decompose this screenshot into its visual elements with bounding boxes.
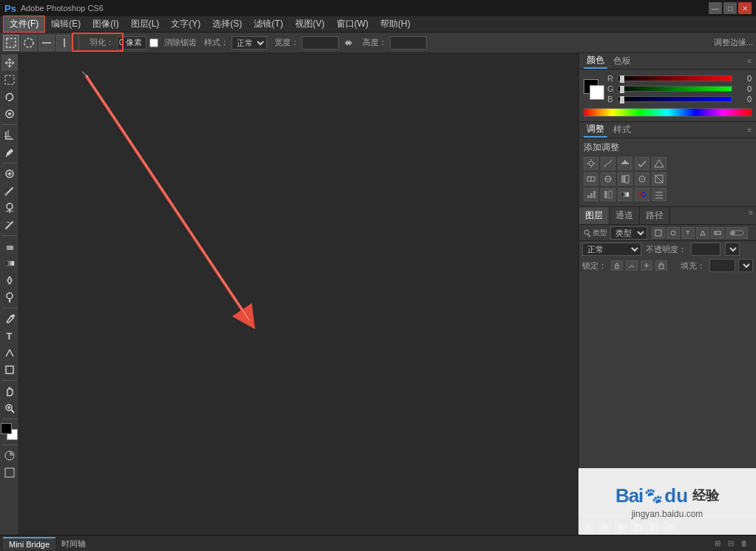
bottom-icon-3[interactable]: 🗑 [738,538,750,550]
menu-help[interactable]: 帮助(H) [374,16,416,32]
b-slider[interactable] [618,96,732,102]
path-select-btn[interactable] [1,345,18,361]
threshold-adj-btn[interactable] [601,188,615,201]
quick-select-btn[interactable] [1,106,18,122]
eraser-btn[interactable] [1,238,18,254]
vibrance-adj-btn[interactable] [652,157,666,170]
colorlookup-adj-btn[interactable] [635,172,649,186]
g-thumb[interactable] [620,86,624,93]
fill-select[interactable] [738,259,753,272]
history-brush-btn[interactable] [1,217,18,233]
curves-adj-btn[interactable] [601,157,615,170]
gradientmap-adj-btn[interactable] [618,188,632,201]
r-slider[interactable] [618,75,732,81]
lasso-tool-btn[interactable] [1,89,18,105]
healing-btn[interactable] [1,166,18,182]
colorbalance-adj-btn[interactable] [601,172,615,186]
shape-filter-btn[interactable] [696,227,709,239]
tab-adjustments[interactable]: 调整 [584,122,607,138]
adj-panel-menu[interactable]: ≡ [747,126,752,134]
marquee-tool-btn[interactable] [1,72,18,88]
type-filter-btn[interactable]: T [681,227,695,239]
crop-tool-btn[interactable] [1,127,18,143]
layers-panel-menu[interactable]: ≡ [746,207,756,224]
brightness-adj-btn[interactable] [584,157,598,170]
bw-adj-btn[interactable] [618,172,632,186]
active-filter-toggle[interactable] [726,227,748,239]
levels-adj-btn[interactable] [635,157,649,170]
menu-select[interactable]: 选择(S) [206,16,248,32]
lock-all-btn[interactable] [655,260,667,271]
bottom-icon-1[interactable]: ⊞ [712,538,723,550]
lock-transparent-btn[interactable] [611,260,623,271]
opacity-select[interactable] [725,243,740,256]
hsl-adj-btn[interactable] [584,172,598,186]
eyedropper-btn[interactable] [1,144,18,160]
smart-filter-btn[interactable] [711,227,724,239]
type-btn[interactable]: T [1,328,18,344]
menu-layer[interactable]: 图层(L) [125,16,166,32]
quick-mask-btn[interactable] [1,447,18,464]
fg-color-swatch[interactable] [1,423,12,434]
color-box[interactable] [1,423,18,441]
swap-icon[interactable] [343,38,354,48]
hand-btn[interactable] [1,383,18,399]
gradient-btn[interactable] [1,255,18,271]
pen-btn[interactable] [1,311,18,327]
lock-image-btn[interactable] [626,260,638,271]
tab-paths[interactable]: 路径 [640,207,670,224]
menu-edit[interactable]: 编辑(E) [45,16,87,32]
r-thumb[interactable] [620,75,624,83]
layer-type-select[interactable]: 类型 [610,226,647,240]
menu-view[interactable]: 视图(V) [289,16,331,32]
channelmixer-adj-btn[interactable] [652,188,666,201]
minimize-button[interactable]: — [709,2,722,14]
menu-image[interactable]: 图像(I) [87,16,124,32]
bottom-icon-2[interactable]: ⊟ [725,538,737,550]
posterize-adj-btn[interactable] [584,188,598,201]
tab-layers[interactable]: 图层 [579,207,610,224]
maximize-button[interactable]: □ [723,2,737,14]
g-slider[interactable] [618,86,732,92]
shape-btn[interactable] [1,362,18,378]
color-panel-menu[interactable]: ≡ [747,57,752,65]
menu-window[interactable]: 窗口(W) [331,16,374,32]
selectivecolor-adj-btn[interactable] [635,188,649,201]
brush-btn[interactable] [1,183,18,199]
invert-adj-btn[interactable] [652,172,666,186]
color-spectrum[interactable] [584,108,752,117]
width-input[interactable] [302,36,339,50]
style-select[interactable]: 正常 [232,36,267,50]
bg-swatch[interactable] [590,85,604,100]
tab-swatch[interactable]: 色板 [610,54,634,68]
color-swatch-boxes[interactable] [584,79,604,100]
lock-position-btn[interactable] [641,260,652,271]
b-thumb[interactable] [620,96,624,104]
height-input[interactable] [390,36,427,50]
dodge-btn[interactable] [1,289,18,305]
clone-btn[interactable] [1,200,18,216]
antialias-checkbox[interactable] [149,38,158,47]
feather-input[interactable] [117,36,146,50]
adjust-edge-label[interactable]: 调整边缘... [714,37,753,48]
zoom-btn[interactable] [1,400,18,416]
single-col-btn[interactable] [56,35,72,51]
menu-file[interactable]: 文件(F) [3,16,45,33]
rect-select-btn[interactable] [3,35,19,51]
single-row-btn[interactable] [38,35,55,51]
fill-input[interactable] [709,259,735,272]
adj-filter-btn[interactable] [666,227,680,239]
blend-mode-select[interactable]: 正常 [582,243,641,256]
exposure-adj-btn[interactable] [618,157,632,170]
minibridge-tab[interactable]: Mini Bridge [3,537,55,550]
move-tool-btn[interactable] [1,55,18,71]
tab-color[interactable]: 颜色 [584,53,607,69]
close-button[interactable]: ✕ [738,2,752,14]
round-select-btn[interactable] [21,35,37,51]
blur-btn[interactable] [1,272,18,288]
pixel-filter-btn[interactable] [652,227,665,239]
menu-filter[interactable]: 滤镜(T) [248,16,288,32]
timeline-tab[interactable]: 时间轴 [55,535,92,551]
tab-channels[interactable]: 通道 [610,207,640,224]
tab-styles[interactable]: 样式 [610,123,634,137]
